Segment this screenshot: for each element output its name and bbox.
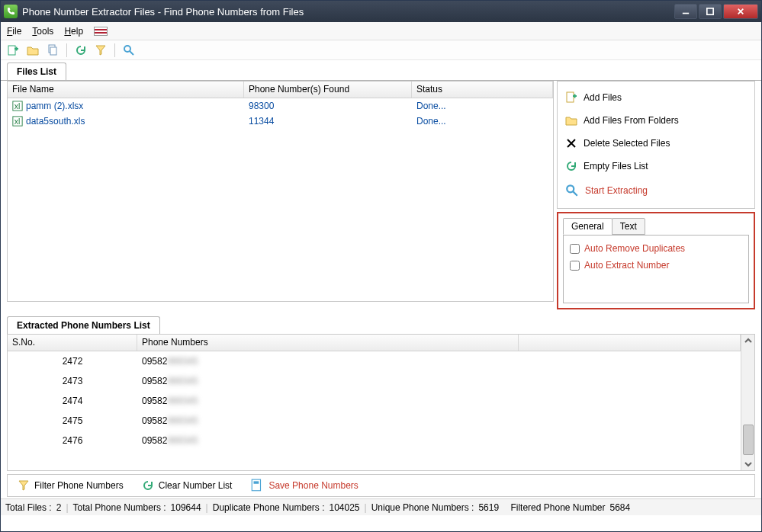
extracted-grid: S.No. Phone Numbers 247209582999345 2473… — [8, 335, 741, 470]
maximize-button[interactable] — [699, 4, 722, 19]
status-unique: 5619 — [478, 502, 499, 513]
add-folder-icon[interactable] — [27, 44, 39, 56]
file-row[interactable]: xlpamm (2).xlsx 98300 Done... — [8, 98, 553, 114]
search-icon[interactable] — [123, 44, 135, 56]
table-row[interactable]: 247409582999345 — [8, 391, 741, 411]
redacted-digits: 999345 — [167, 415, 198, 426]
extracted-tabstrip: Extracted Phone Numbers List — [1, 314, 761, 334]
col-phone[interactable]: Phone Numbers — [137, 335, 519, 351]
redacted-digits: 999345 — [167, 435, 198, 446]
files-table-header: File Name Phone Number(s) Found Status — [8, 82, 553, 98]
svg-rect-2 — [8, 46, 15, 55]
x-icon — [565, 137, 577, 149]
files-table: File Name Phone Number(s) Found Status x… — [7, 81, 554, 302]
toolbar — [1, 40, 761, 60]
vertical-scrollbar[interactable] — [741, 335, 754, 470]
table-row[interactable]: 247309582999345 — [8, 371, 741, 391]
refresh-icon[interactable] — [75, 44, 87, 56]
auto-extract-number-checkbox[interactable]: Auto Extract Number — [570, 260, 742, 271]
scroll-up-icon[interactable] — [742, 335, 754, 347]
scroll-thumb[interactable] — [743, 425, 754, 455]
tab-text[interactable]: Text — [612, 218, 645, 235]
status-filtered-label: Filtered Phone Number — [510, 502, 605, 513]
options-body: Auto Remove Duplicates Auto Extract Numb… — [563, 235, 749, 303]
close-button[interactable] — [723, 4, 758, 19]
table-row[interactable]: 247509582999345 — [8, 411, 741, 431]
tab-general[interactable]: General — [563, 218, 612, 235]
language-flag-icon[interactable] — [94, 27, 108, 36]
status-filtered: 5684 — [610, 502, 631, 513]
checkbox-input[interactable] — [570, 261, 580, 271]
svg-point-11 — [567, 185, 574, 192]
menu-help[interactable]: Help — [64, 26, 83, 37]
table-row[interactable]: 247209582999345 — [8, 351, 741, 371]
app-window: Phone Number Extractor Files - Find Phon… — [0, 0, 762, 532]
delete-selected-button[interactable]: Delete Selected Files — [561, 132, 751, 155]
titlebar: Phone Number Extractor Files - Find Phon… — [1, 1, 761, 22]
copy-icon[interactable] — [47, 44, 59, 56]
toolbar-separator — [114, 43, 115, 57]
redacted-digits: 999345 — [167, 376, 198, 386]
table-row[interactable]: 247609582999345 — [8, 431, 741, 450]
files-tabstrip: Files List — [1, 60, 761, 80]
svg-rect-10 — [567, 92, 574, 102]
tab-files-list[interactable]: Files List — [7, 62, 66, 80]
files-rows: xlpamm (2).xlsx 98300 Done... xldata5sou… — [8, 98, 553, 301]
filter-phone-numbers-button[interactable]: Filter Phone Numbers — [12, 476, 129, 495]
svg-point-5 — [124, 46, 130, 52]
file-found: 98300 — [244, 101, 412, 111]
status-dup: 104025 — [329, 502, 359, 513]
add-files-button[interactable]: Add Files — [561, 86, 751, 109]
filter-icon[interactable] — [95, 44, 107, 56]
col-status[interactable]: Status — [412, 82, 553, 98]
options-tabs: General Text — [563, 218, 749, 235]
svg-rect-12 — [252, 479, 261, 491]
toolbar-separator — [66, 43, 67, 57]
refresh-icon — [565, 160, 577, 172]
file-status: Done... — [412, 116, 553, 127]
col-file-name[interactable]: File Name — [8, 82, 244, 98]
col-found[interactable]: Phone Number(s) Found — [244, 82, 412, 98]
tab-extracted-list[interactable]: Extracted Phone Numbers List — [7, 316, 160, 334]
status-dup-label: Duplicate Phone Numbers : — [213, 502, 325, 513]
menu-tools[interactable]: Tools — [32, 26, 53, 37]
redacted-digits: 999345 — [167, 396, 198, 406]
bottom-toolbar: Filter Phone Numbers Clear Number List S… — [7, 474, 755, 497]
add-files-icon[interactable] — [7, 44, 19, 56]
extracted-panel: S.No. Phone Numbers 247209582999345 2473… — [7, 334, 755, 471]
folder-icon — [565, 114, 577, 127]
file-name: pamm (2).xlsx — [26, 101, 83, 111]
save-phone-numbers-button[interactable]: Save Phone Numbers — [245, 476, 363, 495]
col-sno[interactable]: S.No. — [8, 335, 137, 351]
actions-box: Add Files Add Files From Folders Delete … — [557, 81, 755, 209]
main-area: File Name Phone Number(s) Found Status x… — [1, 80, 761, 314]
excel-icon: xl — [12, 101, 23, 111]
svg-rect-0 — [683, 13, 689, 14]
svg-text:xl: xl — [14, 117, 21, 126]
menu-file[interactable]: File — [7, 26, 21, 37]
add-files-from-folders-button[interactable]: Add Files From Folders — [561, 109, 751, 132]
side-panel: Add Files Add Files From Folders Delete … — [557, 81, 755, 309]
svg-text:xl: xl — [14, 101, 21, 111]
empty-list-button[interactable]: Empty Files List — [561, 155, 751, 178]
search-icon — [565, 184, 579, 197]
excel-icon: xl — [12, 116, 23, 127]
auto-remove-duplicates-checkbox[interactable]: Auto Remove Duplicates — [570, 243, 742, 254]
refresh-icon — [142, 479, 154, 492]
checkbox-input[interactable] — [570, 244, 580, 254]
file-row[interactable]: xldata5south.xls 11344 Done... — [8, 114, 553, 129]
menubar: File Tools Help — [1, 22, 761, 40]
clear-number-list-button[interactable]: Clear Number List — [137, 476, 238, 495]
svg-rect-13 — [254, 481, 259, 483]
app-icon — [4, 5, 18, 18]
svg-rect-1 — [707, 8, 713, 14]
extracted-header: S.No. Phone Numbers — [8, 335, 741, 351]
start-extracting-button[interactable]: Start Extracting — [561, 178, 751, 204]
scroll-down-icon[interactable] — [742, 458, 754, 470]
extracted-rows: 247209582999345 247309582999345 24740958… — [8, 351, 741, 470]
filter-icon — [18, 479, 30, 492]
options-box: General Text Auto Remove Duplicates Auto… — [557, 212, 755, 309]
redacted-digits: 999345 — [167, 356, 198, 367]
minimize-button[interactable] — [674, 4, 697, 19]
save-icon — [250, 479, 264, 492]
